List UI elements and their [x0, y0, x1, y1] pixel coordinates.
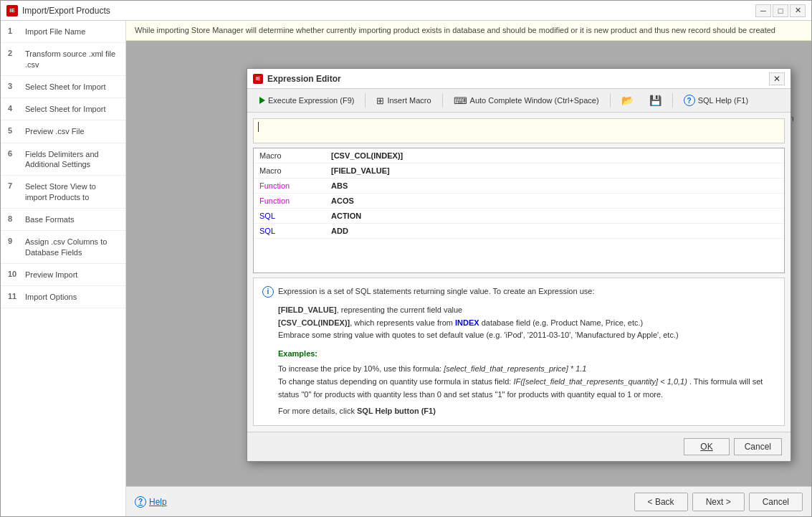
modal-overlay: IE Expression Editor ✕ Execute Expressio…: [126, 41, 811, 486]
autocomplete-label: Auto Complete Window (Ctrl+Space): [470, 96, 599, 105]
dialog-toolbar: Execute Expression (F9) ⊞ Insert Macro ⌨…: [247, 89, 790, 113]
sidebar-num-6: 6: [8, 149, 19, 158]
sql-help-label: SQL Help (F1): [698, 96, 749, 105]
macro-name-field-value: [FIELD_VALUE]: [331, 166, 390, 175]
example-1: To increase the price by 10%, use this f…: [278, 363, 775, 376]
next-button[interactable]: Next >: [692, 493, 745, 511]
macro-row-action[interactable]: SQL ACTION: [254, 209, 784, 224]
save-icon: 💾: [649, 95, 661, 106]
macro-row-add[interactable]: SQL ADD: [254, 224, 784, 239]
title-bar: IE Import/Export Products ─ □ ✕: [1, 1, 811, 21]
help-header: i Expression is a set of SQL statements …: [262, 285, 775, 298]
sidebar-num-3: 3: [8, 82, 19, 90]
sidebar-num-5: 5: [8, 126, 19, 135]
sidebar-item-1[interactable]: 1 Import File Name: [1, 21, 125, 43]
macro-row-acos[interactable]: Function ACOS: [254, 194, 784, 209]
sidebar-item-3[interactable]: 3 Select Sheet for Import: [1, 76, 125, 98]
toolbar-sep-2: [442, 93, 443, 108]
back-button[interactable]: < Back: [634, 493, 688, 511]
sidebar-num-9: 9: [8, 237, 19, 245]
cancel-dialog-button[interactable]: Cancel: [734, 438, 782, 455]
window-title: Import/Export Products: [22, 6, 751, 16]
dialog-title-bar: IE Expression Editor ✕: [247, 69, 790, 89]
top-notice: While importing Store Manager will deter…: [126, 21, 811, 41]
help-intro: Expression is a set of SQL statements re…: [278, 285, 594, 298]
insert-macro-button[interactable]: ⊞ Insert Macro: [370, 93, 437, 109]
sidebar-item-2[interactable]: 2 Transform source .xml file .csv: [1, 43, 125, 76]
example-2: To change status depending on quantity u…: [278, 376, 775, 401]
toolbar-sep-1: [365, 93, 366, 108]
sidebar-item-11[interactable]: 11 Import Options: [1, 286, 125, 308]
macro-row-abs[interactable]: Function ABS: [254, 179, 784, 194]
sidebar-label-5: Preview .csv File: [25, 126, 85, 136]
sidebar-num-10: 10: [8, 270, 19, 278]
sidebar-num-8: 8: [8, 214, 19, 223]
sidebar-item-8[interactable]: 8 Base Formats: [1, 209, 125, 231]
function-type-label: Function: [259, 181, 331, 190]
insert-macro-icon: ⊞: [376, 95, 384, 106]
save-button[interactable]: 💾: [643, 92, 668, 109]
minimize-button[interactable]: ─: [755, 4, 771, 17]
sidebar-num-2: 2: [8, 49, 19, 57]
macro-row-field-value[interactable]: Macro [FIELD_VALUE]: [254, 163, 784, 179]
cancel-button[interactable]: Cancel: [749, 493, 803, 511]
sql-type-label: SQL: [259, 212, 331, 220]
sidebar-label-9: Assign .csv Columns to Database Fields: [25, 237, 118, 257]
expression-input[interactable]: [253, 118, 785, 143]
example-3: For more details, click SQL Help button …: [278, 405, 775, 418]
function-type-label-2: Function: [259, 196, 331, 205]
help-label: Help: [149, 497, 167, 507]
text-cursor: [258, 122, 259, 132]
autocomplete-button[interactable]: ⌨ Auto Complete Window (Ctrl+Space): [447, 93, 606, 109]
macro-name-csv-col: [CSV_COL(INDEX)]: [331, 151, 403, 160]
sidebar-item-4[interactable]: 4 Select Sheet for Import: [1, 98, 125, 120]
main-window: IE Import/Export Products ─ □ ✕ 1 Import…: [0, 0, 812, 517]
window-controls: ─ □ ✕: [755, 4, 806, 17]
sql-help-button[interactable]: ? SQL Help (F1): [677, 92, 755, 109]
sidebar-num-11: 11: [8, 292, 19, 300]
main-content: While importing Store Manager will deter…: [126, 21, 811, 516]
macro-type-label-2: Macro: [259, 166, 331, 175]
toolbar-sep-4: [672, 93, 673, 108]
macro-type-label: Macro: [259, 151, 331, 160]
sql-help-icon: ?: [684, 95, 695, 106]
sidebar-label-3: Select Sheet for Import: [25, 82, 106, 92]
macro-name-add: ADD: [331, 227, 348, 235]
execute-expression-button[interactable]: Execute Expression (F9): [253, 93, 360, 108]
info-icon: i: [262, 286, 274, 298]
sidebar-item-9[interactable]: 9 Assign .csv Columns to Database Fields: [1, 231, 125, 264]
insert-macro-label: Insert Macro: [387, 96, 431, 105]
sidebar-item-7[interactable]: 7 Select Store View to import Products t…: [1, 176, 125, 209]
macro-name-acos: ACOS: [331, 196, 354, 205]
sidebar-label-6: Fields Delimiters and Additional Setting…: [25, 149, 118, 170]
main-body: Not identified fields that have assigned…: [126, 41, 811, 486]
sql-type-label-2: SQL: [259, 227, 331, 235]
ok-button[interactable]: OK: [684, 438, 729, 455]
help-link[interactable]: ? Help: [135, 496, 167, 508]
close-button[interactable]: ✕: [790, 4, 806, 17]
sidebar: 1 Import File Name 2 Transform source .x…: [1, 21, 126, 516]
maximize-button[interactable]: □: [773, 4, 788, 17]
macro-list[interactable]: Macro [CSV_COL(INDEX)] Macro [FIELD_VALU…: [253, 148, 785, 273]
sidebar-item-5[interactable]: 5 Preview .csv File: [1, 120, 125, 143]
dialog-title: Expression Editor: [267, 74, 765, 84]
app-icon: IE: [6, 5, 18, 16]
help-icon: ?: [135, 496, 146, 508]
help-line-2: [CSV_COL(INDEX)], which represents value…: [278, 317, 775, 330]
help-line-1: [FIELD_VALUE], representing the current …: [278, 304, 775, 317]
examples-header: Examples:: [278, 349, 317, 358]
sidebar-label-2: Transform source .xml file .csv: [25, 49, 118, 70]
sidebar-item-10[interactable]: 10 Preview Import: [1, 264, 125, 286]
sidebar-label-1: Import File Name: [25, 27, 85, 37]
macro-name-action: ACTION: [331, 212, 361, 220]
sidebar-label-8: Base Formats: [25, 214, 74, 224]
dialog-close-button[interactable]: ✕: [769, 72, 785, 85]
examples-section: Examples: To increase the price by 10%, …: [262, 348, 775, 418]
sidebar-num-1: 1: [8, 27, 19, 35]
macro-row-csv-col[interactable]: Macro [CSV_COL(INDEX)]: [254, 148, 784, 163]
sidebar-item-6[interactable]: 6 Fields Delimiters and Additional Setti…: [1, 143, 125, 176]
bottom-bar: ? Help < Back Next > Cancel: [126, 486, 811, 516]
toolbar-sep-3: [610, 93, 611, 108]
dialog-icon: IE: [253, 74, 263, 84]
folder-open-button[interactable]: 📂: [615, 92, 640, 109]
